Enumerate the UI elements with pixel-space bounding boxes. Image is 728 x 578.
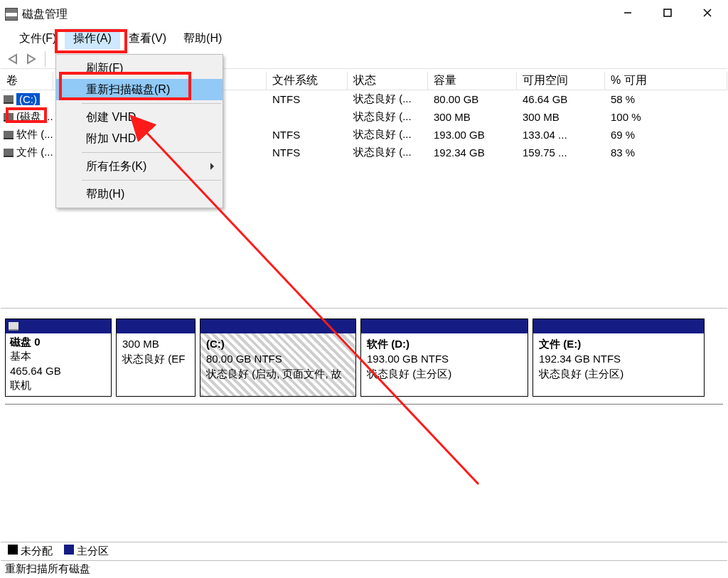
svg-marker-4 bbox=[9, 55, 16, 63]
volume-row[interactable]: 软件 (... bbox=[1, 126, 53, 144]
volume-row[interactable]: (磁盘 ... bbox=[1, 108, 53, 126]
menu-view[interactable]: 查看(V) bbox=[120, 28, 175, 49]
chevron-right-icon bbox=[210, 163, 214, 170]
col-volume[interactable]: 卷 bbox=[1, 72, 53, 90]
disk-size: 465.64 GB bbox=[10, 365, 61, 377]
disk-info[interactable]: 磁盘 0 基本 465.64 GB 联机 bbox=[5, 319, 112, 397]
col-fs[interactable]: 文件系统 bbox=[267, 72, 348, 90]
action-dropdown: 刷新(F) 重新扫描磁盘(R) 创建 VHD 附加 VHD 所有任务(K) 帮助… bbox=[55, 54, 223, 208]
col-pct[interactable]: % 可用 bbox=[605, 72, 727, 90]
menu-attach-vhd[interactable]: 附加 VHD bbox=[56, 128, 223, 149]
partition[interactable]: 文件 (E:)192.34 GB NTFS状态良好 (主分区) bbox=[532, 319, 705, 397]
nav-forward[interactable] bbox=[23, 53, 38, 65]
partition[interactable]: (C:)80.00 GB NTFS状态良好 (启动, 页面文件, 故 bbox=[200, 319, 356, 397]
legend: 未分配 主分区 bbox=[1, 542, 727, 560]
disk-name: 磁盘 0 bbox=[10, 336, 41, 348]
partition[interactable]: 300 MB状态良好 (EF bbox=[116, 319, 196, 397]
minimize-button[interactable] bbox=[608, 1, 648, 25]
svg-marker-5 bbox=[28, 55, 35, 63]
menu-file[interactable]: 文件(F) bbox=[11, 28, 65, 49]
disk-state: 联机 bbox=[10, 379, 31, 391]
col-capacity[interactable]: 容量 bbox=[428, 72, 517, 90]
volume-row[interactable]: 文件 (... bbox=[1, 144, 53, 161]
menu-action[interactable]: 操作(A) bbox=[65, 28, 119, 49]
menu-refresh[interactable]: 刷新(F) bbox=[56, 58, 223, 79]
nav-back[interactable] bbox=[6, 53, 21, 65]
window-title: 磁盘管理 bbox=[22, 7, 68, 22]
menu-help-item[interactable]: 帮助(H) bbox=[56, 183, 223, 205]
status-text: 重新扫描所有磁盘 bbox=[5, 562, 90, 576]
volume-icon bbox=[4, 131, 14, 139]
menu-all-tasks[interactable]: 所有任务(K) bbox=[56, 156, 223, 177]
maximize-button[interactable] bbox=[648, 1, 687, 25]
partition[interactable]: 软件 (D:)193.00 GB NTFS状态良好 (主分区) bbox=[360, 319, 528, 397]
menu-rescan[interactable]: 重新扫描磁盘(R) bbox=[56, 79, 223, 100]
svg-rect-1 bbox=[664, 9, 671, 16]
menu-all-tasks-label: 所有任务(K) bbox=[86, 159, 146, 174]
disk-type: 基本 bbox=[10, 350, 31, 362]
menu-create-vhd[interactable]: 创建 VHD bbox=[56, 107, 223, 128]
legend-primary: 主分区 bbox=[77, 545, 109, 557]
disk-icon bbox=[9, 322, 18, 331]
menu-help[interactable]: 帮助(H) bbox=[175, 28, 230, 49]
app-icon bbox=[5, 8, 18, 21]
close-button[interactable] bbox=[687, 1, 727, 25]
col-free[interactable]: 可用空间 bbox=[517, 72, 605, 90]
disk-row: 磁盘 0 基本 465.64 GB 联机 300 MB状态良好 (EF(C:)8… bbox=[5, 319, 723, 397]
col-status[interactable]: 状态 bbox=[348, 72, 428, 90]
statusbar: 重新扫描所有磁盘 bbox=[1, 560, 727, 577]
volume-icon bbox=[4, 113, 14, 122]
disk-map: 磁盘 0 基本 465.64 GB 联机 300 MB状态良好 (EF(C:)8… bbox=[1, 308, 727, 510]
volume-row[interactable]: (C:) bbox=[1, 90, 53, 108]
titlebar: 磁盘管理 bbox=[1, 1, 727, 28]
volume-icon bbox=[4, 95, 14, 104]
legend-unallocated: 未分配 bbox=[21, 545, 53, 557]
menubar: 文件(F) 操作(A) 查看(V) 帮助(H) bbox=[1, 28, 727, 49]
volume-icon bbox=[4, 149, 14, 157]
